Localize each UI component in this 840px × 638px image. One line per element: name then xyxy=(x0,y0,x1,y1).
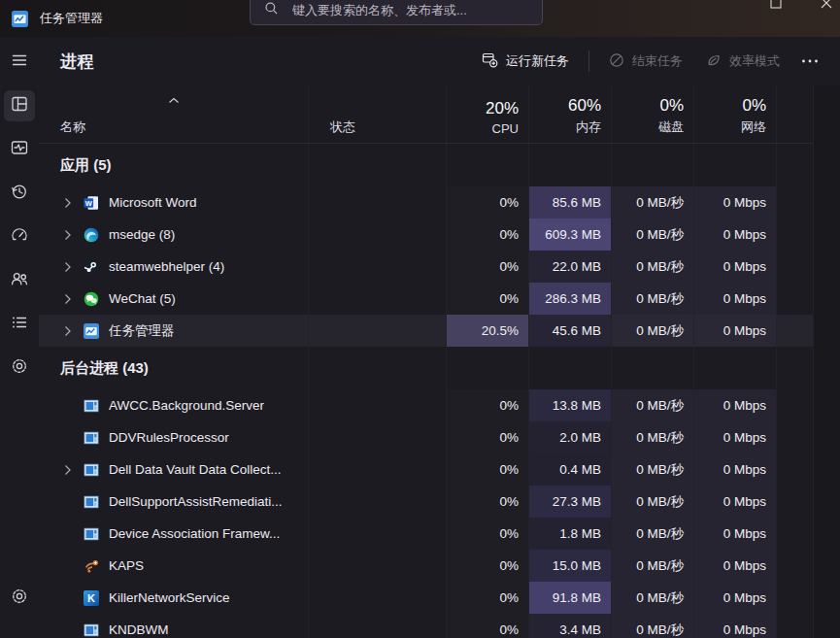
process-disk: 0 MB/秒 xyxy=(612,614,694,638)
process-memory: 91.8 MB xyxy=(529,582,612,614)
process-cpu: 20.5% xyxy=(447,315,529,347)
close-button[interactable] xyxy=(821,0,832,13)
expand-chevron-icon[interactable] xyxy=(62,293,74,305)
process-table-body: 应用 (5)WMicrosoft Word0%85.6 MB0 MB/秒0 Mb… xyxy=(39,144,840,638)
process-row[interactable]: KKillerNetworkService0%91.8 MB0 MB/秒0 Mb… xyxy=(39,582,840,614)
process-disk: 0 MB/秒 xyxy=(612,218,694,251)
steam-icon xyxy=(84,259,99,275)
column-header-disk[interactable]: 0% 磁盘 xyxy=(612,85,694,143)
process-name: DellSupportAssistRemediati... xyxy=(109,494,283,509)
process-cpu: 0% xyxy=(447,186,529,218)
process-row[interactable]: msedge (8)0%609.3 MB0 MB/秒0 Mbps xyxy=(39,218,840,251)
process-row[interactable]: 任务管理器20.5%45.6 MB0 MB/秒0 Mbps xyxy=(39,315,840,347)
process-row[interactable]: Dell Data Vault Data Collect...0%0.4 MB0… xyxy=(39,453,840,486)
process-status xyxy=(309,421,447,453)
efficiency-mode-button[interactable]: 效率模式 xyxy=(696,47,790,77)
process-status xyxy=(309,486,447,518)
process-memory: 286.3 MB xyxy=(529,283,612,315)
sidebar-item-menu[interactable] xyxy=(4,47,35,78)
expand-chevron-icon[interactable] xyxy=(62,325,74,337)
expand-chevron-icon[interactable] xyxy=(62,261,74,273)
table-header-row: 名称 状态 20% CPU 60% 内存 0% 磁盘 0% 网络 xyxy=(39,85,840,144)
column-header-memory[interactable]: 60% 内存 xyxy=(529,85,612,143)
page-title: 进程 xyxy=(60,50,94,73)
section-label: 后台进程 (43) xyxy=(39,359,149,378)
process-row[interactable]: WeChat (5)0%286.3 MB0 MB/秒0 Mbps xyxy=(39,283,840,315)
column-header-status[interactable]: 状态 xyxy=(309,85,447,143)
sidebar-item-startup-apps[interactable] xyxy=(4,221,35,252)
toolbar: 进程 运行新任务 结束任务 xyxy=(39,37,840,85)
more-options-button[interactable] xyxy=(793,52,830,70)
expand-chevron-icon[interactable] xyxy=(62,229,74,241)
process-status xyxy=(309,518,447,550)
sidebar-item-details[interactable] xyxy=(4,309,35,340)
process-row[interactable]: Device Association Framew...0%1.8 MB0 MB… xyxy=(39,518,840,550)
column-header-name[interactable]: 名称 xyxy=(39,85,309,143)
process-cpu: 0% xyxy=(447,453,529,486)
process-network: 0 Mbps xyxy=(694,186,777,218)
process-row[interactable]: KAPS0%15.0 MB0 MB/秒0 Mbps xyxy=(39,550,840,582)
sidebar-item-services[interactable] xyxy=(4,353,35,384)
column-header-cpu[interactable]: 20% CPU xyxy=(447,85,529,143)
process-network: 0 Mbps xyxy=(694,218,777,251)
search-input[interactable]: 键入要搜索的名称、发布者或... xyxy=(250,0,543,25)
process-memory: 13.8 MB xyxy=(529,389,612,421)
section-header-row[interactable]: 后台进程 (43) xyxy=(39,347,840,389)
process-row[interactable]: DDVRulesProcessor0%2.0 MB0 MB/秒0 Mbps xyxy=(39,421,840,453)
process-status xyxy=(309,453,447,486)
sidebar-item-users[interactable] xyxy=(4,265,35,296)
process-row[interactable]: WMicrosoft Word0%85.6 MB0 MB/秒0 Mbps xyxy=(39,186,840,218)
sidebar-item-performance[interactable] xyxy=(4,134,35,165)
generic-app-icon xyxy=(84,430,99,446)
process-disk: 0 MB/秒 xyxy=(612,251,694,283)
process-memory: 0.4 MB xyxy=(529,453,612,486)
process-network: 0 Mbps xyxy=(694,550,777,582)
sidebar-item-processes[interactable] xyxy=(4,90,35,121)
column-header-network[interactable]: 0% 网络 xyxy=(694,85,777,143)
process-memory: 15.0 MB xyxy=(529,550,612,582)
expand-chevron-icon[interactable] xyxy=(62,197,74,209)
generic-app-icon xyxy=(84,462,99,478)
process-status xyxy=(309,218,447,251)
section-label: 应用 (5) xyxy=(39,156,112,175)
maximize-button[interactable] xyxy=(770,0,782,13)
title-bar: 任务管理器 键入要搜索的名称、发布者或... xyxy=(0,0,840,37)
task-manager-app-icon xyxy=(12,11,28,27)
process-status xyxy=(309,550,447,582)
expand-chevron-icon[interactable] xyxy=(62,464,74,476)
section-header-row[interactable]: 应用 (5) xyxy=(39,144,840,186)
process-cpu: 0% xyxy=(447,550,529,582)
process-network: 0 Mbps xyxy=(694,582,777,614)
sidebar-item-settings[interactable] xyxy=(4,583,35,614)
process-cpu: 0% xyxy=(447,389,529,421)
process-cpu: 0% xyxy=(447,486,529,518)
run-new-task-button[interactable]: 运行新任务 xyxy=(472,46,579,77)
details-icon xyxy=(10,313,29,336)
search-icon xyxy=(264,1,279,19)
generic-app-icon xyxy=(84,526,99,542)
process-memory: 45.6 MB xyxy=(529,315,612,347)
process-disk: 0 MB/秒 xyxy=(612,518,694,550)
process-name: KAPS xyxy=(109,558,144,573)
process-memory: 85.6 MB xyxy=(529,186,612,218)
generic-app-icon xyxy=(84,398,99,414)
history-icon xyxy=(10,182,29,205)
sort-ascending-icon xyxy=(168,90,180,108)
cpu-total: 20% xyxy=(486,99,519,118)
process-status xyxy=(309,283,447,315)
users-icon xyxy=(10,269,29,292)
end-task-button[interactable]: 结束任务 xyxy=(599,47,692,77)
process-cpu: 0% xyxy=(447,421,529,453)
process-status xyxy=(309,251,447,283)
sidebar-item-app-history[interactable] xyxy=(4,178,35,209)
process-status xyxy=(309,582,447,614)
process-row[interactable]: steamwebhelper (4)0%22.0 MB0 MB/秒0 Mbps xyxy=(39,251,840,283)
process-row[interactable]: AWCC.Background.Server0%13.8 MB0 MB/秒0 M… xyxy=(39,389,840,421)
process-disk: 0 MB/秒 xyxy=(612,421,694,453)
process-memory: 22.0 MB xyxy=(529,251,612,283)
process-disk: 0 MB/秒 xyxy=(612,283,694,315)
process-row[interactable]: KNDBWM0%3.4 MB0 MB/秒0 Mbps xyxy=(39,614,840,638)
edge-icon xyxy=(84,227,99,243)
process-row[interactable]: DellSupportAssistRemediati...0%27.3 MB0 … xyxy=(39,486,840,518)
taskmgr-icon xyxy=(84,323,99,339)
